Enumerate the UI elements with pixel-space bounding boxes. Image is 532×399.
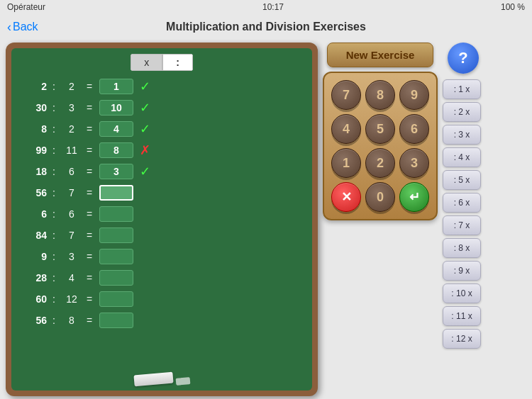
key-5[interactable]: 5 <box>365 114 395 144</box>
middle-section: New Exercise 789456123✕0↵ <box>323 43 437 396</box>
answer-box: 8 <box>99 142 133 158</box>
operand1: 28 <box>18 272 47 283</box>
operator: : <box>47 230 61 241</box>
equals-sign: = <box>82 123 96 135</box>
operand1: 9 <box>18 251 47 262</box>
operand1: 2 <box>18 81 47 92</box>
exercise-row: 8 : 2 = 4 ✓ <box>18 119 305 139</box>
chalkboard-outer: x : 2 : 2 = 1 ✓ 30 : 3 = 10 ✓ 8 : 2 = 4 … <box>6 43 318 396</box>
exercise-row: 99 : 11 = 8 ✗ <box>18 140 305 160</box>
right-sidebar: ? : 1 x: 2 x: 3 x: 4 x: 5 x: 6 x: 7 x: 8… <box>443 43 484 396</box>
equals-sign: = <box>82 272 96 283</box>
table-buttons: : 1 x: 2 x: 3 x: 4 x: 5 x: 6 x: 7 x: 8 x… <box>443 79 484 349</box>
equals-sign: = <box>82 81 96 92</box>
key-2[interactable]: 2 <box>365 148 395 178</box>
answer-box: 3 <box>99 164 133 179</box>
equals-sign: = <box>82 293 96 305</box>
operator: : <box>47 251 61 262</box>
equals-sign: = <box>82 315 96 326</box>
table-btn-10[interactable]: : 10 x <box>443 283 481 303</box>
back-chevron-icon: ‹ <box>7 20 11 35</box>
operand2: 2 <box>61 81 82 92</box>
new-exercise-button[interactable]: New Exercise <box>327 43 433 67</box>
key-7[interactable]: 7 <box>331 80 361 110</box>
operand1: 56 <box>18 187 47 198</box>
table-btn-9[interactable]: : 9 x <box>443 261 481 281</box>
correct-icon: ✓ <box>136 100 153 116</box>
enter-key[interactable]: ↵ <box>399 182 429 212</box>
main-content: x : 2 : 2 = 1 ✓ 30 : 3 = 10 ✓ 8 : 2 = 4 … <box>0 40 532 399</box>
exercise-row: 84 : 7 = <box>18 225 305 245</box>
carrier-label: Opérateur <box>7 2 45 12</box>
table-btn-1[interactable]: : 1 x <box>443 79 481 99</box>
operator: : <box>47 102 61 113</box>
header-toggle-group: x : <box>131 54 193 71</box>
operand2: 6 <box>61 208 82 220</box>
key-6[interactable]: 6 <box>399 114 429 144</box>
eraser <box>133 372 173 387</box>
answer-box <box>99 291 133 307</box>
answer-box <box>99 270 133 286</box>
keypad-grid: 789456123✕0↵ <box>331 80 429 212</box>
table-btn-3[interactable]: : 3 x <box>443 125 481 145</box>
answer-box: 4 <box>99 121 133 137</box>
answer-box[interactable] <box>99 185 133 201</box>
help-button[interactable]: ? <box>448 43 479 74</box>
equals-sign: = <box>82 166 96 177</box>
key-1[interactable]: 1 <box>331 148 361 178</box>
delete-key[interactable]: ✕ <box>331 182 361 212</box>
key-8[interactable]: 8 <box>365 80 395 110</box>
key-4[interactable]: 4 <box>331 114 361 144</box>
table-btn-8[interactable]: : 8 x <box>443 238 481 258</box>
key-0[interactable]: 0 <box>365 182 395 212</box>
divide-mode-btn[interactable]: : <box>162 54 193 71</box>
operand2: 4 <box>61 272 82 283</box>
operator: : <box>47 145 61 156</box>
operator: : <box>47 166 61 177</box>
operand2: 3 <box>61 251 82 262</box>
equals-sign: = <box>82 208 96 220</box>
operand1: 30 <box>18 102 47 113</box>
key-9[interactable]: 9 <box>399 80 429 110</box>
table-btn-2[interactable]: : 2 x <box>443 102 481 122</box>
operator: : <box>47 123 61 135</box>
chalkboard-inner: x : 2 : 2 = 1 ✓ 30 : 3 = 10 ✓ 8 : 2 = 4 … <box>11 48 312 390</box>
correct-icon: ✓ <box>136 79 153 94</box>
eraser-area <box>18 373 305 385</box>
table-btn-12[interactable]: : 12 x <box>443 329 481 349</box>
table-btn-11[interactable]: : 11 x <box>443 306 481 326</box>
table-btn-6[interactable]: : 6 x <box>443 193 481 213</box>
operator: : <box>47 315 61 326</box>
exercise-row: 9 : 3 = <box>18 247 305 266</box>
table-btn-7[interactable]: : 7 x <box>443 215 481 235</box>
equals-sign: = <box>82 251 96 262</box>
operand1: 56 <box>18 315 47 326</box>
multiply-mode-btn[interactable]: x <box>131 54 162 71</box>
exercise-row: 56 : 7 = <box>18 183 305 203</box>
operand2: 8 <box>61 315 82 326</box>
exercise-row: 28 : 4 = <box>18 268 305 288</box>
operand2: 7 <box>61 230 82 241</box>
exercise-row: 6 : 6 = <box>18 204 305 224</box>
equals-sign: = <box>82 230 96 241</box>
chalk-piece <box>175 377 190 386</box>
table-btn-5[interactable]: : 5 x <box>443 170 481 190</box>
back-button[interactable]: ‹ Back <box>7 20 38 35</box>
equals-sign: = <box>82 187 96 198</box>
operand1: 60 <box>18 293 47 305</box>
answer-box: 10 <box>99 100 133 116</box>
answer-box: 1 <box>99 79 133 94</box>
operator: : <box>47 272 61 283</box>
mode-toggle: x : <box>18 54 305 71</box>
exercise-row: 56 : 8 = <box>18 310 305 330</box>
operand2: 2 <box>61 123 82 135</box>
operand1: 99 <box>18 145 47 156</box>
operand2: 6 <box>61 166 82 177</box>
nav-bar: ‹ Back Multiplication and Division Exerc… <box>0 14 532 40</box>
equals-sign: = <box>82 145 96 156</box>
status-bar: Opérateur 10:17 100 % <box>0 0 532 14</box>
operand1: 18 <box>18 166 47 177</box>
table-btn-4[interactable]: : 4 x <box>443 147 481 167</box>
key-3[interactable]: 3 <box>399 148 429 178</box>
operand1: 84 <box>18 230 47 241</box>
